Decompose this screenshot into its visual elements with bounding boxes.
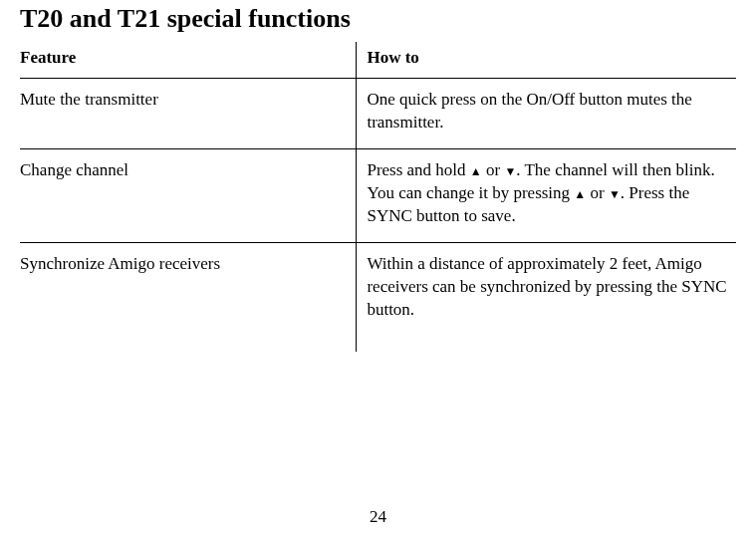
arrow-down-icon: ▼ — [504, 165, 516, 177]
arrow-up-icon: ▲ — [470, 165, 482, 177]
header-feature: Feature — [20, 42, 357, 79]
howto-cell: Press and hold ▲ or ▼. The channel will … — [357, 148, 736, 242]
functions-table: Feature How to Mute the transmitterOne q… — [20, 42, 736, 352]
table-row: Synchronize Amigo receiversWithin a dist… — [20, 242, 736, 351]
page-title: T20 and T21 special functions — [20, 4, 736, 34]
howto-cell: One quick press on the On/Off button mut… — [357, 79, 736, 149]
header-howto: How to — [357, 42, 736, 79]
table-row: Mute the transmitterOne quick press on t… — [20, 79, 736, 149]
page-number: 24 — [0, 507, 756, 527]
feature-cell: Synchronize Amigo receivers — [20, 242, 357, 351]
feature-cell: Change channel — [20, 148, 357, 242]
feature-cell: Mute the transmitter — [20, 79, 357, 149]
table-row: Change channelPress and hold ▲ or ▼. The… — [20, 148, 736, 242]
arrow-up-icon: ▲ — [574, 188, 586, 200]
howto-cell: Within a distance of approximately 2 fee… — [357, 242, 736, 351]
arrow-down-icon: ▼ — [609, 188, 621, 200]
